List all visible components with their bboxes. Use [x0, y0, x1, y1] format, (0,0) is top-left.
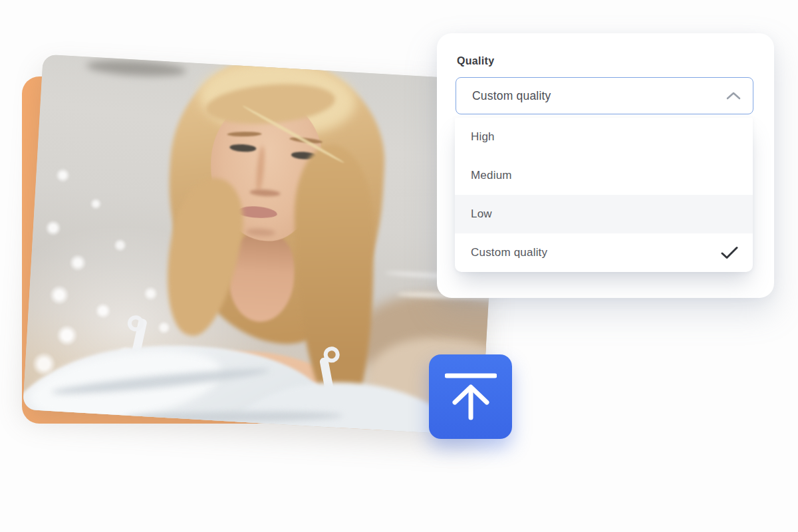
option-label: Low	[471, 207, 492, 221]
quality-label: Quality	[457, 55, 494, 67]
upload-button[interactable]	[429, 354, 512, 439]
option-label: High	[471, 130, 495, 144]
option-medium[interactable]: Medium	[455, 156, 753, 195]
option-custom-quality[interactable]: Custom quality	[455, 233, 753, 272]
quality-card: Quality Custom quality High Medium Low C…	[437, 33, 774, 298]
upload-icon	[445, 372, 497, 422]
option-label: Custom quality	[471, 246, 547, 259]
chevron-up-icon	[726, 92, 741, 100]
option-high[interactable]: High	[455, 118, 753, 156]
check-icon	[721, 246, 738, 259]
quality-dropdown: High Medium Low Custom quality	[455, 118, 753, 272]
option-low[interactable]: Low	[455, 195, 753, 233]
stage: Quality Custom quality High Medium Low C…	[0, 0, 798, 532]
quality-select[interactable]: Custom quality	[456, 77, 753, 114]
option-label: Medium	[471, 169, 512, 182]
quality-select-value: Custom quality	[472, 89, 551, 103]
